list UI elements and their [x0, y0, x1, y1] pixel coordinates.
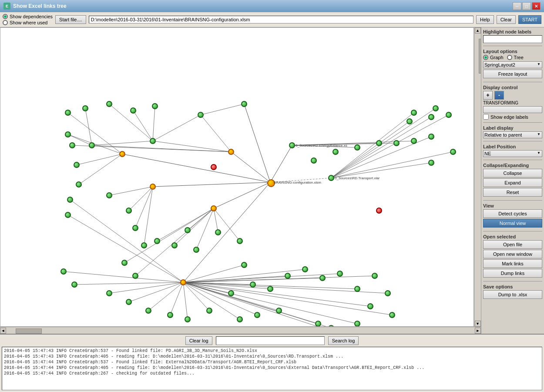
graph-node-n18[interactable] — [132, 225, 138, 231]
graph-node-n2[interactable] — [228, 149, 234, 155]
graph-node-n12[interactable] — [89, 142, 95, 148]
graph-node-n67[interactable] — [376, 140, 382, 146]
graph-node-n11[interactable] — [150, 138, 156, 144]
collapse-button[interactable]: Collapse — [483, 169, 542, 178]
graph-node-n40[interactable] — [389, 312, 395, 318]
graph-node-n28[interactable] — [241, 262, 247, 268]
restore-button[interactable]: □ — [522, 2, 531, 10]
graph-node-n53[interactable] — [106, 290, 112, 296]
layout-dropdown-wrap[interactable]: SpringLayout2 — [483, 61, 542, 68]
clear-log-button[interactable]: Clear log — [185, 336, 212, 345]
graph-node-n70[interactable] — [428, 134, 434, 140]
vertical-scrollbar[interactable]: ▲ ▼ — [474, 27, 481, 327]
graph-node-n34[interactable] — [319, 275, 326, 281]
label-display-dropdown[interactable]: Relative to parent — [483, 131, 542, 138]
graph-node-n54[interactable] — [71, 281, 77, 288]
tree-layout-option[interactable]: Tree — [507, 55, 524, 60]
graph-node-n14[interactable] — [74, 162, 80, 168]
clear-button[interactable]: Clear — [497, 15, 516, 24]
horizontal-scrollbar[interactable]: ◄ ► — [0, 327, 481, 334]
log-area[interactable]: 2016-04-05 15:47:43 INFO CreateGraph:537… — [2, 347, 542, 390]
graph-node-n38[interactable] — [385, 290, 391, 296]
graph-node-n55[interactable] — [60, 268, 67, 275]
graph-radio[interactable] — [483, 55, 488, 60]
zoom-in-button[interactable]: + — [483, 91, 493, 100]
graph-node-n36[interactable] — [354, 286, 360, 292]
graph-node-n47[interactable] — [237, 316, 243, 322]
graph-node-n1[interactable] — [267, 179, 275, 187]
graph-node-n13[interactable] — [69, 142, 75, 148]
graph-node-n58[interactable] — [65, 131, 71, 137]
graph-node-n8[interactable] — [289, 142, 295, 148]
show-where-used-radio[interactable] — [3, 20, 8, 25]
graph-node-n56[interactable] — [65, 212, 71, 218]
graph-node-n59[interactable] — [65, 110, 71, 116]
graph-node-n41[interactable] — [354, 321, 360, 327]
graph-node-n76[interactable] — [428, 160, 434, 166]
transforming-dropdown-wrap[interactable] — [483, 106, 542, 113]
graph-node-n9[interactable] — [241, 101, 247, 107]
scroll-left-button[interactable]: ◄ — [0, 328, 6, 334]
tree-radio[interactable] — [507, 55, 512, 60]
graph-node-n5[interactable] — [150, 184, 156, 190]
detect-cycles-button[interactable]: Detect cycles — [483, 209, 542, 218]
help-button[interactable]: Help — [476, 15, 494, 24]
minimize-button[interactable]: ─ — [513, 2, 521, 10]
graph-node-n43[interactable] — [328, 325, 334, 327]
graph-node-n10[interactable] — [198, 112, 204, 118]
h-scroll-thumb[interactable] — [16, 328, 42, 334]
graph-node-n24[interactable] — [185, 227, 191, 233]
start-file-button[interactable]: Start file.... — [55, 15, 86, 24]
layout-dropdown[interactable]: SpringLayout2 — [483, 61, 542, 68]
open-new-window-button[interactable]: Open new window — [483, 250, 542, 258]
graph-node-n21[interactable] — [132, 273, 138, 279]
graph-node-n73[interactable] — [411, 110, 417, 116]
graph-node-n50[interactable] — [167, 312, 173, 318]
dump-links-button[interactable]: Dump links — [483, 269, 542, 278]
show-edge-labels-row[interactable]: Show edge labels — [483, 114, 542, 120]
search-log-button[interactable]: Search log — [328, 336, 359, 345]
graph-node-n51[interactable] — [145, 308, 151, 314]
close-button[interactable]: ✕ — [532, 2, 541, 10]
graph-node-n37[interactable] — [372, 273, 378, 279]
file-path-input[interactable] — [89, 16, 473, 23]
window-controls[interactable]: ─ □ ✕ — [513, 2, 541, 10]
show-where-used-option[interactable]: Show where used — [3, 20, 53, 25]
graph-node-n16[interactable] — [106, 192, 112, 198]
graph-node-n69[interactable] — [411, 138, 417, 144]
mark-links-button[interactable]: Mark links — [483, 259, 542, 268]
graph-node-n39[interactable] — [367, 303, 373, 309]
transforming-dropdown[interactable] — [483, 106, 542, 113]
graph-node-n63[interactable] — [152, 103, 158, 109]
graph-node-n20[interactable] — [121, 260, 128, 266]
graph-node-n49[interactable] — [185, 316, 191, 322]
graph-node-n45[interactable] — [276, 308, 282, 314]
graph-node-n71[interactable] — [406, 118, 413, 124]
graph-node-n74[interactable] — [433, 105, 439, 111]
normal-view-button[interactable]: Normal view — [483, 219, 542, 228]
graph-node-n31[interactable] — [267, 286, 273, 292]
start-button[interactable]: START — [518, 15, 541, 24]
graph-node-n72[interactable] — [428, 114, 434, 120]
show-edge-labels-checkbox[interactable] — [483, 114, 489, 120]
graph-node-n30[interactable] — [228, 290, 234, 296]
zoom-out-button[interactable]: - — [494, 91, 504, 100]
graph-layout-option[interactable]: Graph — [483, 55, 504, 60]
graph-area[interactable]: BRAINSNG-configuration.xlsm0_Sources\RD.… — [0, 27, 474, 327]
open-file-button[interactable]: Open file — [483, 240, 542, 249]
expand-button[interactable]: Expand — [483, 178, 542, 187]
graph-node-n35[interactable] — [337, 271, 343, 277]
graph-node-n26[interactable] — [215, 229, 221, 235]
scroll-thumb[interactable] — [479, 39, 481, 74]
graph-node-n22[interactable] — [154, 238, 160, 244]
scroll-down-button[interactable]: ▼ — [475, 321, 481, 327]
graph-node-n7[interactable] — [328, 175, 334, 181]
graph-node-n64[interactable] — [311, 157, 317, 164]
graph-node-n57[interactable] — [67, 197, 73, 203]
graph-node-n65[interactable] — [332, 149, 339, 155]
label-position-dropdown-wrap[interactable]: NE — [483, 150, 542, 157]
graph-node-n68[interactable] — [393, 140, 400, 146]
graph-node-n23[interactable] — [171, 242, 178, 248]
show-dependencies-option[interactable]: Show dependencies — [3, 14, 53, 19]
graph-node-n61[interactable] — [106, 101, 112, 107]
